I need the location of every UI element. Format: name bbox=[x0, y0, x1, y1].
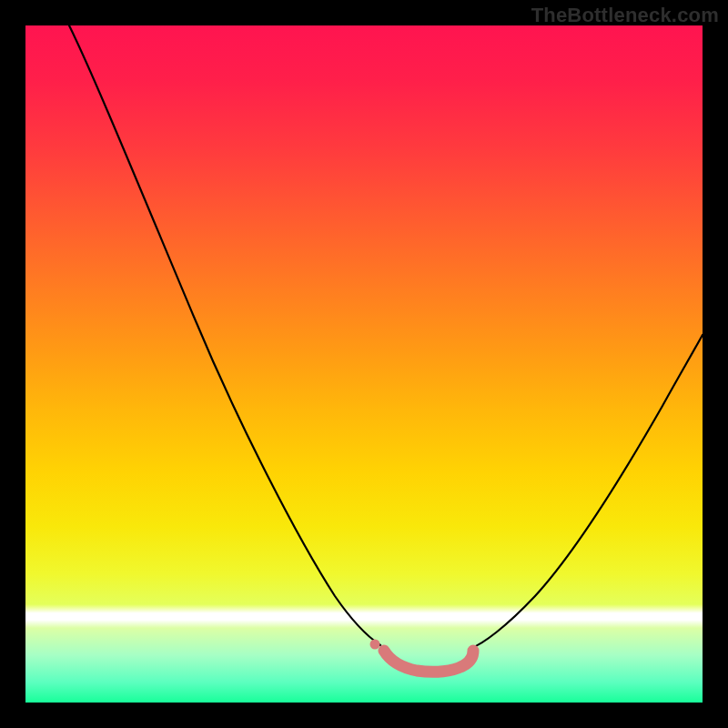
plot-area bbox=[25, 25, 703, 703]
outer-frame: TheBottleneck.com bbox=[0, 0, 728, 728]
watermark-text: TheBottleneck.com bbox=[531, 4, 719, 27]
gradient-background bbox=[25, 25, 703, 703]
